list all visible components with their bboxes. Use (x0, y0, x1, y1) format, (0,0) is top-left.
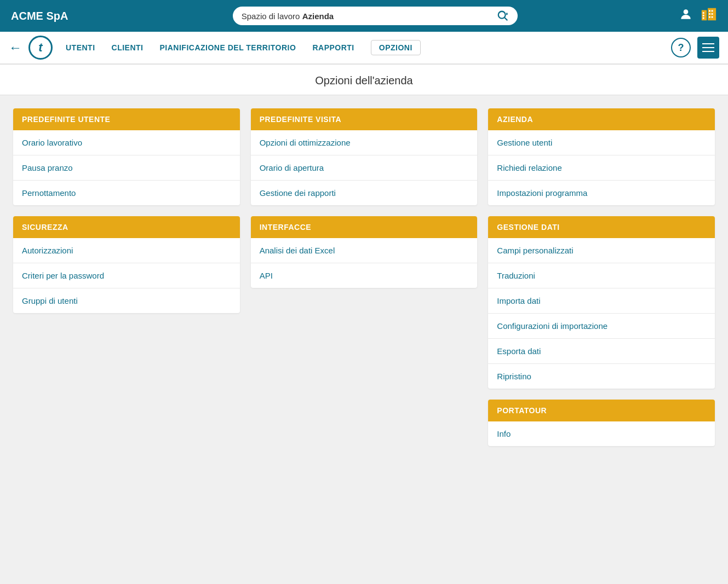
svg-rect-15 (712, 16, 713, 18)
list-item[interactable]: Impostazioni programma (488, 181, 715, 205)
svg-rect-13 (712, 13, 713, 15)
nav-pianificazione[interactable]: PIANIFICAZIONE DEL TERRITORIO (160, 43, 296, 52)
list-item[interactable]: Esporta dati (488, 339, 715, 364)
main-content: PREDEFINITE UTENTE Orario lavorativo Pau… (0, 95, 728, 459)
list-item[interactable]: Pausa pranzo (13, 155, 240, 181)
list-item[interactable]: Campi personalizzati (488, 238, 715, 263)
card-header-predefinite-visita: PREDEFINITE VISITA (251, 108, 478, 130)
svg-rect-14 (709, 16, 710, 18)
nav-links: UTENTI CLIENTI PIANIFICAZIONE DEL TERRIT… (66, 40, 667, 55)
svg-point-4 (684, 9, 689, 14)
search-bar[interactable]: Spazio di lavoro Azienda (233, 7, 518, 25)
nav-right: ? (671, 37, 719, 59)
list-item[interactable]: Analisi dei dati Excel (251, 238, 478, 263)
search-icon[interactable] (497, 10, 509, 22)
svg-rect-10 (709, 10, 710, 12)
list-item[interactable]: Opzioni di ottimizzazione (251, 130, 478, 155)
card-header-sicurezza: SICUREZZA (13, 216, 240, 238)
card-gestione-dati: GESTIONE DATI Campi personalizzati Tradu… (488, 216, 715, 389)
svg-point-0 (498, 11, 505, 19)
user-icon[interactable] (679, 7, 693, 25)
card-header-interfacce: INTERFACCE (251, 216, 478, 238)
card-predefinite-utente: PREDEFINITE UTENTE Orario lavorativo Pau… (13, 108, 240, 205)
nav-opzioni[interactable]: OPZIONI (371, 40, 421, 55)
nav-clienti[interactable]: CLIENTI (112, 43, 144, 52)
card-items-predefinite-utente: Orario lavorativo Pausa pranzo Pernottam… (13, 130, 240, 205)
card-items-portatour: Info (488, 421, 715, 446)
svg-rect-12 (709, 13, 710, 15)
svg-rect-7 (703, 12, 704, 14)
card-items-gestione-dati: Campi personalizzati Traduzioni Importa … (488, 238, 715, 389)
page-title: Opzioni dell'azienda (0, 65, 728, 95)
card-sicurezza: SICUREZZA Autorizzazioni Criteri per la … (13, 216, 240, 313)
help-button[interactable]: ? (671, 38, 691, 57)
svg-rect-9 (703, 18, 704, 19)
top-icons (679, 7, 717, 25)
list-item[interactable]: Gruppi di utenti (13, 288, 240, 313)
card-items-sicurezza: Autorizzazioni Criteri per la password G… (13, 238, 240, 313)
card-interfacce: INTERFACCE Analisi dei dati Excel API (251, 216, 478, 288)
list-item[interactable]: Traduzioni (488, 263, 715, 288)
list-item[interactable]: Orario lavorativo (13, 130, 240, 155)
list-item[interactable]: Importa dati (488, 288, 715, 314)
search-text: Spazio di lavoro Azienda (242, 11, 492, 21)
menu-button[interactable] (697, 37, 719, 59)
card-items-azienda: Gestione utenti Richiedi relazione Impos… (488, 130, 715, 205)
list-item[interactable]: Gestione dei rapporti (251, 181, 478, 205)
list-item[interactable]: Gestione utenti (488, 130, 715, 155)
list-item[interactable]: Criteri per la password (13, 263, 240, 288)
card-items-interfacce: Analisi dei dati Excel API (251, 238, 478, 288)
list-item[interactable]: Configurazioni di importazione (488, 314, 715, 339)
svg-rect-11 (712, 10, 713, 12)
svg-line-1 (504, 18, 507, 21)
col3-container: GESTIONE DATI Campi personalizzati Tradu… (488, 216, 715, 446)
nav-rapporti[interactable]: RAPPORTI (312, 43, 354, 52)
card-header-azienda: AZIENDA (488, 108, 715, 130)
list-item[interactable]: Orario di apertura (251, 155, 478, 181)
card-items-predefinite-visita: Opzioni di ottimizzazione Orario di aper… (251, 130, 478, 205)
list-item[interactable]: Ripristino (488, 364, 715, 389)
card-header-predefinite-utente: PREDEFINITE UTENTE (13, 108, 240, 130)
list-item[interactable]: Info (488, 421, 715, 446)
list-item[interactable]: Autorizzazioni (13, 238, 240, 263)
app-title: ACME SpA (11, 10, 68, 22)
card-header-gestione-dati: GESTIONE DATI (488, 216, 715, 238)
hamburger-icon (702, 43, 714, 52)
card-predefinite-visita: PREDEFINITE VISITA Opzioni di ottimizzaz… (251, 108, 478, 205)
back-button[interactable]: ← (9, 40, 22, 55)
nav-utenti[interactable]: UTENTI (66, 43, 95, 52)
nav-bar: ← t UTENTI CLIENTI PIANIFICAZIONE DEL TE… (0, 32, 728, 65)
list-item[interactable]: Richiedi relazione (488, 155, 715, 181)
top-bar: ACME SpA Spazio di lavoro Azienda (0, 0, 728, 32)
svg-rect-8 (703, 15, 704, 16)
card-azienda: AZIENDA Gestione utenti Richiedi relazio… (488, 108, 715, 205)
logo[interactable]: t (28, 36, 53, 60)
list-item[interactable]: Pernottamento (13, 181, 240, 205)
building-icon[interactable] (701, 7, 717, 25)
card-header-portatour: PORTATOUR (488, 400, 715, 421)
card-portatour: PORTATOUR Info (488, 400, 715, 446)
list-item[interactable]: API (251, 263, 478, 288)
